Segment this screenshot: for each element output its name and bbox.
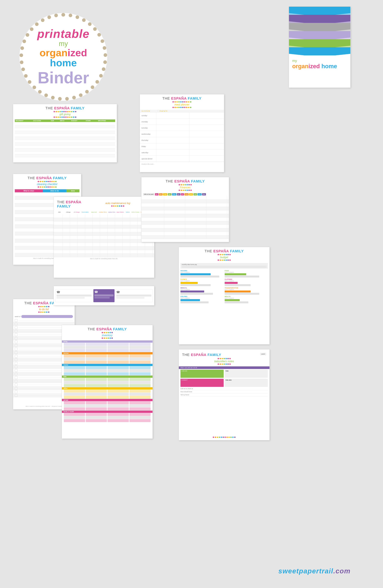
babysitter-family-name: THE ESPAÑA FAMILY <box>182 353 221 357</box>
gift-cell <box>59 148 70 151</box>
gift-col-budget: BUDGET <box>70 119 85 122</box>
auto-cell <box>123 254 130 257</box>
inventory-cell <box>86 349 107 352</box>
cleaning-cell <box>15 250 43 253</box>
todo-checkbox[interactable] <box>15 391 17 393</box>
inventory-section-header: office <box>62 387 153 389</box>
finances-cell <box>143 207 164 210</box>
gift-cell <box>97 151 115 154</box>
auto-row <box>54 221 154 225</box>
finances-cell <box>164 196 185 200</box>
cleaning-cell <box>15 192 43 196</box>
meal-shopping-cell <box>189 112 222 118</box>
auto-cell <box>130 232 138 236</box>
inventory-cell <box>107 372 129 375</box>
inventory-section-header: kids <box>62 376 153 378</box>
todo-checkbox[interactable] <box>15 348 17 350</box>
binder-cover-my: my <box>292 59 347 63</box>
todo-checkbox[interactable] <box>15 323 17 325</box>
gift-cell <box>50 128 59 131</box>
watermark-suffix: .com <box>333 567 350 575</box>
todo-checkbox[interactable] <box>15 380 17 382</box>
todo-checkbox[interactable] <box>15 326 17 329</box>
cleaning-cell <box>15 196 43 200</box>
gift-col-ideas: IDEAS <box>59 119 70 122</box>
cleaning-cell <box>15 200 43 203</box>
auto-cell <box>115 236 122 239</box>
todo-checkbox[interactable] <box>15 366 17 368</box>
inventory-sheet: THE ESPAÑA FAMILY inventory livingkitche… <box>62 325 153 439</box>
todo-checkbox[interactable] <box>15 358 17 361</box>
auto-quote: Man is made for something better than di… <box>54 257 154 260</box>
cleaning-cell <box>15 221 43 225</box>
auto-cell <box>123 232 130 236</box>
gift-cell <box>85 154 97 157</box>
inventory-cell <box>107 416 129 419</box>
finances-cell <box>164 200 185 203</box>
monthly-label: monthly take-home pay <box>182 264 197 265</box>
finances-cell <box>143 218 164 221</box>
inventory-family-name: THE ESPAÑA FAMILY <box>63 327 151 331</box>
todo-checkbox[interactable] <box>15 319 17 322</box>
auto-cell <box>100 232 107 236</box>
budget-food: FOOD spentbudgeted <box>225 270 268 277</box>
todo-checkbox[interactable] <box>15 376 17 379</box>
todo-checkbox[interactable] <box>15 383 17 386</box>
inventory-section-header: kitchen <box>62 352 153 354</box>
auto-cell <box>85 221 93 225</box>
todo-checkbox[interactable] <box>15 355 17 357</box>
inventory-cell <box>64 343 85 346</box>
inventory-cell <box>129 404 151 407</box>
gift-cell <box>15 134 32 137</box>
todo-checkbox[interactable] <box>15 394 17 397</box>
auto-cell <box>70 247 78 250</box>
gift-sheet: THE ESPAÑA FAMILY gift giving <box>13 104 117 163</box>
inventory-row <box>63 393 151 396</box>
auto-cell <box>108 225 115 229</box>
todo-checkbox[interactable] <box>15 330 17 333</box>
inventory-cell <box>107 407 129 410</box>
finances-cell <box>164 210 185 214</box>
meal-day-label: friday <box>141 146 156 147</box>
inventory-row <box>63 349 151 352</box>
auto-cell <box>70 214 78 218</box>
finances-cell <box>206 214 227 217</box>
inventory-cell <box>64 384 85 387</box>
auto-cell <box>63 229 70 232</box>
finances-cell <box>206 228 227 232</box>
todo-checkbox[interactable] <box>15 351 17 354</box>
month-jun: jun <box>177 193 181 195</box>
babysitter-subtitle: babysitters notes <box>181 360 268 363</box>
budget-savings: SAVINGS spentbudgeted <box>181 278 224 286</box>
phone-sheet: ☎ ☎ ☎ <box>54 286 154 305</box>
todo-checkbox[interactable] <box>15 337 17 339</box>
budget-subtitle: budget <box>181 256 268 259</box>
todo-checkbox[interactable] <box>15 387 17 390</box>
inventory-sections: livingkitchenmasterkidsofficegaragefamil… <box>62 340 153 422</box>
gift-cell <box>97 131 115 134</box>
inventory-cell <box>107 366 129 369</box>
finances-cell <box>185 221 206 225</box>
babysitter-what-label: what i can and can not do <box>179 366 269 369</box>
gift-cell <box>59 146 70 148</box>
todo-checkbox[interactable] <box>15 340 17 343</box>
inventory-cell <box>64 419 85 422</box>
todo-row <box>13 319 75 322</box>
auto-cell <box>108 243 115 246</box>
cleaning-family-name: THE ESPAÑA FAMILY <box>15 176 80 180</box>
babysitter-bottom-dots <box>179 437 269 438</box>
todo-checkbox[interactable] <box>15 333 17 336</box>
todo-checkbox[interactable] <box>15 362 17 365</box>
auto-row <box>54 247 154 250</box>
gift-cell <box>15 146 32 148</box>
gift-cell <box>32 137 50 140</box>
gift-cell <box>70 146 85 148</box>
auto-cell <box>108 214 115 218</box>
month-aug: aug <box>184 193 189 195</box>
cleaning-cell <box>66 192 80 196</box>
todo-checkbox[interactable] <box>15 369 17 372</box>
todo-checkbox[interactable] <box>15 373 17 375</box>
inventory-row <box>63 372 151 375</box>
todo-checkbox[interactable] <box>15 344 17 347</box>
auto-cell <box>93 239 100 243</box>
